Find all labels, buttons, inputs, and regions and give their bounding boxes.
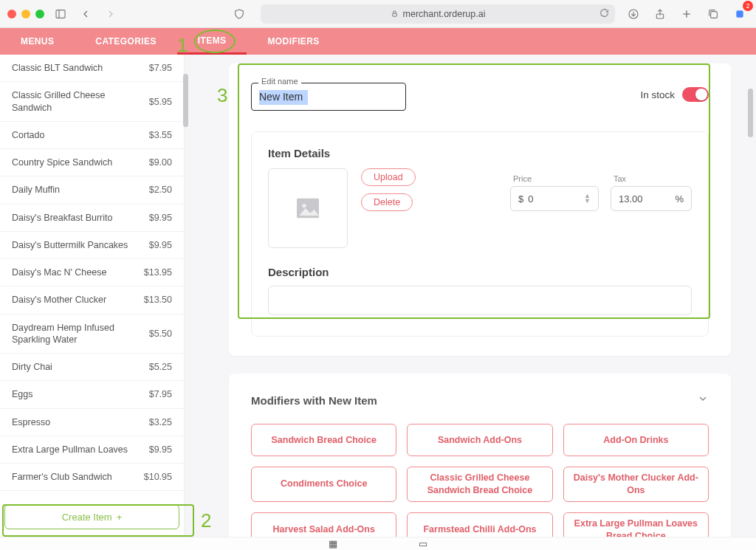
price-value: 0 (528, 193, 533, 204)
percent-symbol: % (675, 193, 684, 204)
item-price: $5.25 (149, 362, 172, 372)
back-button[interactable] (77, 5, 94, 23)
plus-icon: + (117, 512, 123, 523)
svg-rect-8 (711, 11, 718, 18)
list-item[interactable]: Farmer's Club Sandwich$10.95 (0, 464, 184, 491)
edit-item-card: Edit name In stock Item Details Upload (229, 63, 731, 356)
item-name: Daily Muffin (12, 184, 149, 196)
list-item[interactable]: Daisy's Buttermilk Pancakes$9.95 (0, 232, 184, 259)
tax-input[interactable]: 13.00 % (611, 186, 692, 211)
address-bar-wrap: merchant.orderup.ai (258, 4, 617, 24)
list-item[interactable]: Country Spice Sandwich$9.00 (0, 149, 184, 176)
reload-icon[interactable] (599, 8, 609, 20)
modifier-chip[interactable]: Daisy's Mother Clucker Add-Ons (563, 467, 709, 502)
toolbar-right (625, 5, 749, 23)
description-input[interactable] (268, 286, 692, 315)
item-name: Daisy's Breakfast Burrito (12, 212, 149, 224)
price-stepper[interactable]: ▲▼ (584, 193, 591, 204)
list-item[interactable]: Cortado$3.55 (0, 122, 184, 149)
chevron-down-icon[interactable] (697, 393, 709, 408)
item-price: $9.95 (149, 240, 172, 250)
item-list[interactable]: Classic BLT Sandwich$7.95Classic Grilled… (0, 55, 184, 497)
image-placeholder[interactable] (268, 168, 348, 248)
modifiers-card: Modifiers with New Item Sandwich Bread C… (229, 374, 731, 537)
forward-button[interactable] (102, 5, 120, 23)
price-field: Price $ 0 ▲▼ (510, 186, 599, 211)
list-item[interactable]: Daisy's Mac N' Cheese$13.95 (0, 259, 184, 286)
extensions-icon[interactable] (731, 5, 749, 23)
currency-symbol: $ (518, 193, 523, 204)
modifier-chip[interactable]: Condiments Choice (251, 467, 396, 502)
downloads-icon[interactable] (625, 5, 642, 23)
privacy-shield-icon[interactable] (230, 5, 248, 23)
item-details-title: Item Details (268, 147, 692, 159)
list-item[interactable]: Daily Muffin$2.50 (0, 176, 184, 204)
main-content: Edit name In stock Item Details Upload (185, 55, 756, 537)
app-body: Classic BLT Sandwich$7.95Classic Grilled… (0, 55, 756, 537)
item-name: Classic Grilled Cheese Sandwich (12, 89, 149, 114)
modifier-chip[interactable]: Farmstead Chilli Add-Ons (407, 512, 552, 537)
item-price: $5.95 (149, 97, 172, 107)
list-item[interactable]: Daydream Hemp Infused Sparkling Water$5.… (0, 314, 184, 354)
tab-menus[interactable]: MENUS (0, 28, 75, 55)
edit-name-input[interactable] (251, 83, 406, 111)
item-name: Daisy's Mac N' Cheese (12, 267, 144, 278)
list-item[interactable]: Classic Grilled Cheese Sandwich$5.95 (0, 82, 184, 122)
list-item[interactable]: Classic BLT Sandwich$7.95 (0, 55, 184, 82)
close-window[interactable] (7, 10, 16, 18)
grid-view-icon[interactable]: ▦ (329, 538, 337, 549)
lock-icon (391, 10, 399, 18)
modifiers-title: Modifiers with New Item (251, 394, 377, 407)
reader-view-icon[interactable]: ▭ (419, 538, 427, 549)
item-name: Classic BLT Sandwich (12, 62, 149, 74)
browser-chrome: merchant.orderup.ai (0, 0, 756, 28)
svg-point-11 (302, 204, 306, 207)
item-name: Dirty Chai (12, 361, 149, 373)
list-item[interactable]: Daisy's Breakfast Burrito$9.95 (0, 204, 184, 232)
item-price: $3.25 (149, 417, 172, 427)
modifier-chip[interactable]: Sandwich Bread Choice (251, 424, 396, 456)
item-price: $7.95 (149, 389, 172, 399)
tab-categories[interactable]: CATEGORIES (75, 28, 176, 55)
item-price: $13.50 (144, 295, 172, 305)
svg-rect-2 (392, 13, 396, 16)
new-tab-icon[interactable] (678, 5, 695, 23)
modifier-chip[interactable]: Classic Grilled Cheese Sandwich Bread Ch… (407, 467, 552, 502)
item-name: Daydream Hemp Infused Sparkling Water (12, 322, 149, 346)
list-item[interactable]: Eggs$7.95 (0, 381, 184, 408)
item-details-card: Item Details Upload Delete Price (251, 131, 709, 337)
modifier-chip[interactable]: Sandwich Add-Ons (407, 424, 552, 456)
tax-label: Tax (614, 174, 626, 183)
list-item[interactable]: Dirty Chai$5.25 (0, 354, 184, 381)
tab-modifiers[interactable]: MODIFIERS (247, 28, 340, 55)
price-input[interactable]: $ 0 ▲▼ (510, 186, 599, 211)
url-text: merchant.orderup.ai (403, 9, 486, 19)
share-icon[interactable] (651, 5, 669, 23)
create-item-button[interactable]: Create Item + (4, 504, 179, 529)
tab-items[interactable]: ITEMS (177, 28, 247, 55)
zoom-window[interactable] (35, 10, 44, 18)
list-item[interactable]: Farmstead Chilli$11.95 (0, 491, 184, 497)
list-item[interactable]: Extra Large Pullman Loaves$9.95 (0, 436, 184, 464)
item-name: Daisy's Mother Clucker (12, 294, 144, 306)
item-name: Espresso (12, 416, 149, 428)
minimize-window[interactable] (21, 10, 30, 18)
item-price: $2.50 (149, 185, 172, 195)
items-sidebar: Classic BLT Sandwich$7.95Classic Grilled… (0, 55, 185, 537)
modifier-chip[interactable]: Add-On Drinks (563, 424, 709, 456)
list-item[interactable]: Espresso$3.25 (0, 409, 184, 436)
list-item[interactable]: Daisy's Mother Clucker$13.50 (0, 286, 184, 314)
modifier-chip[interactable]: Harvest Salad Add-Ons (251, 512, 396, 537)
edit-name-label: Edit name (258, 77, 301, 86)
tabs-icon[interactable] (704, 5, 722, 23)
modifier-chip[interactable]: Extra Large Pullman Loaves Bread Choice (563, 512, 709, 537)
in-stock-toggle[interactable] (682, 87, 709, 102)
address-bar[interactable]: merchant.orderup.ai (261, 4, 615, 24)
upload-button[interactable]: Upload (361, 168, 416, 186)
price-label: Price (513, 174, 532, 183)
item-name: Daisy's Buttermilk Pancakes (12, 239, 149, 251)
delete-button[interactable]: Delete (361, 193, 413, 211)
sidebar-toggle-icon[interactable] (52, 5, 69, 23)
svg-rect-0 (56, 10, 65, 18)
description-label: Description (268, 266, 692, 278)
